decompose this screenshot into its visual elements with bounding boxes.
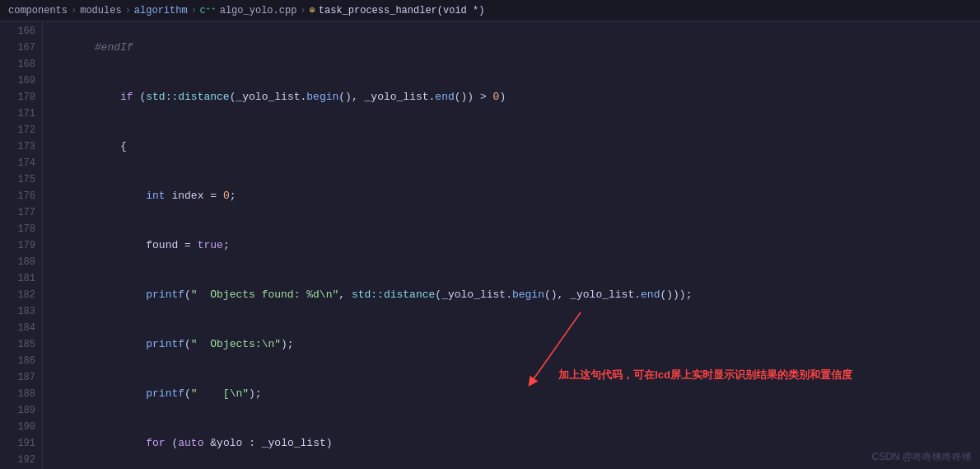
cpp-icon: C⁺⁺ xyxy=(200,5,217,16)
breadcrumb-function: task_process_handler(void *) xyxy=(319,5,485,16)
sep2: › xyxy=(125,5,131,16)
code-line-167: if (std::distance(_yolo_list.begin(), _y… xyxy=(43,73,980,122)
breadcrumb: components › modules › algorithm › C⁺⁺ a… xyxy=(0,0,980,21)
line-num-182: 182 xyxy=(7,287,35,303)
watermark: CSDN @咚咚锵咚咚锵 xyxy=(871,450,972,464)
line-num-188: 188 xyxy=(7,386,35,402)
line-num-176: 176 xyxy=(7,188,35,204)
line-num-173: 173 xyxy=(7,138,35,155)
line-num-180: 180 xyxy=(7,254,35,270)
line-num-175: 175 xyxy=(7,171,35,188)
breadcrumb-components[interactable]: components xyxy=(8,5,68,16)
code-line-166: #endIf xyxy=(43,23,980,73)
line-num-187: 187 xyxy=(7,369,35,386)
code-line-169: int index = 0; xyxy=(43,171,980,221)
sep3: › xyxy=(191,5,197,16)
code-line-170: found = true; xyxy=(43,221,980,270)
line-num-185: 185 xyxy=(7,336,35,353)
code-line-173: printf(" [\n"); xyxy=(43,369,980,419)
line-num-192: 192 xyxy=(7,452,35,468)
line-num-178: 178 xyxy=(7,221,35,237)
line-num-181: 181 xyxy=(7,270,35,287)
line-num-166: 166 xyxy=(7,23,35,40)
code-editor: 166 167 168 169 170 171 172 173 174 175 … xyxy=(0,21,980,469)
line-num-183: 183 xyxy=(7,303,35,320)
line-num-172: 172 xyxy=(7,122,35,138)
line-num-168: 168 xyxy=(7,56,35,73)
code-line-171: printf(" Objects found: %d\n", std::dist… xyxy=(43,270,980,320)
breadcrumb-modules[interactable]: modules xyxy=(80,5,121,16)
code-line-174: for (auto &yolo : _yolo_list) xyxy=(43,419,980,468)
breadcrumb-algorithm[interactable]: algorithm xyxy=(134,5,188,16)
line-num-171: 171 xyxy=(7,106,35,122)
code-line-172: printf(" Objects:\n"); xyxy=(43,320,980,369)
line-num-191: 191 xyxy=(7,435,35,452)
line-numbers: 166 167 168 169 170 171 172 173 174 175 … xyxy=(0,21,43,469)
line-num-190: 190 xyxy=(7,419,35,435)
line-num-189: 189 xyxy=(7,402,35,419)
sep1: › xyxy=(71,5,77,16)
line-num-186: 186 xyxy=(7,353,35,369)
sep4: › xyxy=(300,5,306,16)
line-num-179: 179 xyxy=(7,237,35,254)
line-num-174: 174 xyxy=(7,155,35,171)
line-num-184: 184 xyxy=(7,320,35,336)
code-content[interactable]: #endIf if (std::distance(_yolo_list.begi… xyxy=(43,21,980,469)
line-num-169: 169 xyxy=(7,73,35,89)
breadcrumb-file[interactable]: algo_yolo.cpp xyxy=(220,5,297,16)
line-num-167: 167 xyxy=(7,40,35,56)
line-num-177: 177 xyxy=(7,204,35,221)
line-num-170: 170 xyxy=(7,89,35,106)
fn-icon: ⊕ xyxy=(310,4,315,16)
code-line-168: { xyxy=(43,122,980,171)
